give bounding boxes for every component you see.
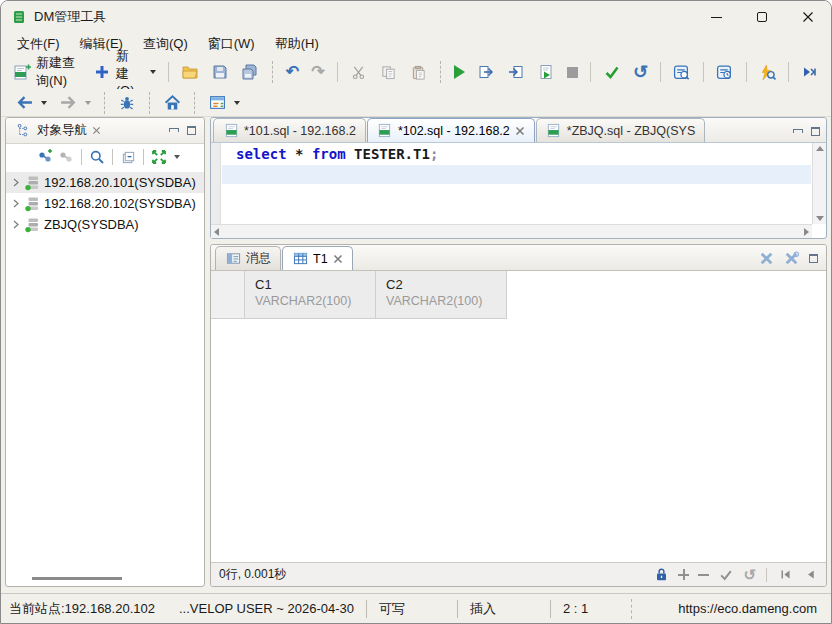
cut-button[interactable]: [343, 60, 373, 84]
close-all-results-icon[interactable]: [784, 251, 799, 266]
object-navigation-title: 对象导航: [37, 122, 87, 139]
execute-current-button[interactable]: [471, 60, 501, 84]
minimize-button[interactable]: [693, 1, 739, 33]
server-icon: [24, 196, 40, 212]
separator: [440, 61, 441, 83]
new-query-button[interactable]: 新建查询(N): [7, 51, 87, 93]
tab-messages[interactable]: 消息: [215, 246, 281, 270]
close-icon[interactable]: [333, 254, 343, 264]
skip-forward-icon: [801, 63, 819, 81]
explain-plan-button[interactable]: [667, 60, 697, 84]
expand-chevron-icon[interactable]: [12, 199, 20, 208]
search-icon[interactable]: [88, 148, 106, 166]
sql-editor-panel: *101.sql - 192.168.2 *102.sql - 192.168.…: [210, 117, 827, 239]
first-page-icon[interactable]: [777, 567, 793, 583]
scroll-right-icon[interactable]: [804, 228, 809, 236]
disconnect-icon[interactable]: [57, 148, 75, 166]
apply-check-icon[interactable]: [718, 567, 734, 583]
maximize-panel-icon[interactable]: [811, 127, 820, 136]
view-menu-chevron-icon[interactable]: [174, 155, 180, 159]
stat-plan-button[interactable]: [710, 60, 740, 84]
delete-row-icon[interactable]: [698, 569, 709, 580]
result-footer-toolbar: ↺: [653, 567, 818, 583]
home-button[interactable]: [157, 91, 187, 115]
copy-button[interactable]: [373, 60, 403, 84]
menu-window[interactable]: 窗口(W): [198, 33, 265, 55]
lock-icon[interactable]: [653, 567, 669, 583]
column-header-c2[interactable]: C2 VARCHAR2(100): [376, 271, 507, 319]
expand-chevron-icon[interactable]: [12, 178, 20, 187]
eco-url[interactable]: https://eco.dameng.com: [678, 601, 831, 616]
tree-item-server-zbjq[interactable]: ZBJQ(SYSDBA): [6, 214, 204, 235]
new-connection-icon[interactable]: [36, 148, 54, 166]
scrollbar-thumb[interactable]: [32, 577, 122, 580]
commit-button[interactable]: [597, 60, 627, 84]
tab-102-sql[interactable]: *102.sql - 192.168.2: [367, 118, 535, 142]
forward-button[interactable]: [53, 91, 97, 115]
goto-button[interactable]: [795, 60, 825, 84]
close-icon[interactable]: [515, 126, 525, 136]
result-grid[interactable]: C1 VARCHAR2(100) C2 VARCHAR2(100): [211, 271, 826, 562]
close-icon[interactable]: [92, 126, 101, 135]
sql-file-icon: [546, 123, 562, 139]
editor-horizontal-scrollbar[interactable]: [211, 224, 812, 238]
cursor-position: 2 : 1: [551, 594, 631, 623]
maximize-panel-icon[interactable]: [187, 126, 196, 135]
tree-item-server-102[interactable]: 192.168.20.102(SYSDBA): [6, 193, 204, 214]
paste-icon: [409, 63, 427, 81]
revert-icon[interactable]: ↺: [743, 567, 756, 582]
paste-button[interactable]: [403, 60, 433, 84]
navigation-toolbar: [1, 89, 831, 117]
back-button[interactable]: [9, 91, 53, 115]
close-result-icon[interactable]: [759, 251, 774, 266]
quick-query-button[interactable]: [752, 60, 782, 84]
server-tree: 192.168.20.101(SYSDBA) 192.168.20.102(SY…: [6, 170, 204, 574]
execute-button[interactable]: [448, 62, 471, 82]
expand-chevron-icon[interactable]: [12, 220, 20, 229]
open-button[interactable]: [175, 60, 205, 84]
save-button[interactable]: [205, 60, 235, 84]
scroll-up-icon[interactable]: [816, 146, 824, 151]
add-row-icon[interactable]: [678, 569, 689, 580]
save-all-button[interactable]: [235, 60, 265, 84]
undo-button[interactable]: ↶: [280, 61, 305, 83]
editor-panel-controls: [793, 127, 826, 142]
minimize-panel-icon[interactable]: [793, 129, 803, 133]
maximize-panel-icon[interactable]: [809, 254, 818, 263]
expand-arrows-icon[interactable]: [150, 148, 168, 166]
separator: [631, 599, 632, 619]
minimize-panel-icon[interactable]: [169, 128, 179, 132]
debug-button[interactable]: [112, 91, 142, 115]
separator: [766, 568, 767, 582]
editor-content[interactable]: select * from TESTER.T1;: [222, 143, 811, 224]
tab-result-t1[interactable]: T1: [282, 246, 353, 270]
column-header-c1[interactable]: C1 VARCHAR2(100): [245, 271, 376, 319]
execute-next-button[interactable]: [501, 60, 531, 84]
maximize-button[interactable]: [739, 1, 785, 33]
open-view-button[interactable]: [202, 91, 246, 115]
insert-mode: 插入: [458, 594, 550, 623]
sql-editor[interactable]: select * from TESTER.T1;: [211, 143, 826, 238]
collapse-all-icon[interactable]: [119, 148, 137, 166]
execute-script-button[interactable]: [531, 60, 561, 84]
tab-zbjq-sql[interactable]: *ZBJQ.sql - ZBJQ(SYS: [536, 118, 706, 142]
workbench: 对象导航: [1, 117, 831, 593]
editor-vertical-scrollbar[interactable]: [812, 143, 826, 224]
close-button[interactable]: [785, 1, 831, 33]
scroll-down-icon[interactable]: [816, 216, 824, 221]
rollback-button[interactable]: ↺: [627, 60, 654, 84]
tree-item-server-101[interactable]: 192.168.20.101(SYSDBA): [6, 172, 204, 193]
redo-button[interactable]: ↷: [305, 61, 330, 83]
plan-search-icon: [673, 63, 691, 81]
object-navigation-toolbar: [6, 144, 204, 170]
previous-page-icon[interactable]: [802, 567, 818, 583]
tab-label: *ZBJQ.sql - ZBJQ(SYS: [567, 124, 696, 138]
step-execute-icon: [507, 63, 525, 81]
menu-help[interactable]: 帮助(H): [265, 33, 329, 55]
tab-object-navigation[interactable]: 对象导航: [10, 119, 107, 142]
tab-101-sql[interactable]: *101.sql - 192.168.2: [213, 118, 366, 142]
stop-button[interactable]: [561, 64, 584, 81]
scroll-left-icon[interactable]: [214, 228, 219, 236]
nav-horizontal-scrollbar[interactable]: [14, 574, 196, 582]
result-grid-header: C1 VARCHAR2(100) C2 VARCHAR2(100): [211, 271, 826, 319]
